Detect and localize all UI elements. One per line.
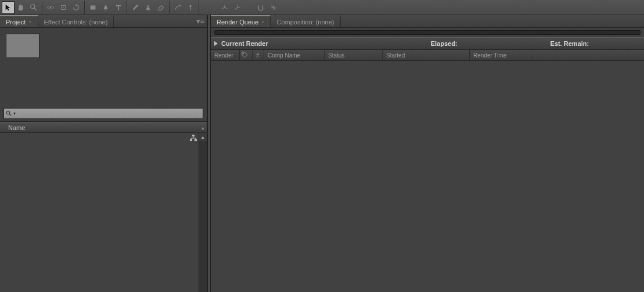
right-panel-group: Render Queue × Composition: (none) Curre… — [211, 15, 644, 292]
svg-point-9 — [179, 5, 181, 6]
svg-point-3 — [50, 6, 52, 8]
current-render-header[interactable]: Current Render Elapsed: Est. Remain: — [211, 37, 644, 50]
disclosure-triangle-icon[interactable] — [214, 41, 218, 46]
tab-composition[interactable]: Composition: (none) — [271, 15, 340, 27]
rectangle-tool[interactable] — [87, 1, 99, 14]
svg-point-10 — [189, 5, 192, 7]
tab-effect-controls[interactable]: Effect Controls: (none) — [38, 15, 114, 27]
roto-brush-tool[interactable] — [171, 1, 184, 14]
current-render-label: Current Render — [221, 40, 268, 47]
column-label-tag[interactable] — [240, 50, 253, 60]
project-browser-body[interactable]: ▴ — [0, 133, 207, 292]
panel-menu-icon[interactable]: ▾≡ — [194, 15, 207, 27]
render-queue-columns: Render # Comp Name Status Started Render… — [211, 50, 644, 61]
axis-local-tool[interactable] — [218, 1, 231, 14]
main-workspace: Project × Effect Controls: (none) ▾≡ ▾ — [0, 15, 644, 292]
column-started[interactable]: Started — [383, 50, 470, 60]
tab-project[interactable]: Project × — [0, 15, 38, 27]
close-icon[interactable]: × — [28, 19, 31, 25]
svg-point-0 — [31, 4, 35, 8]
project-thumbnail[interactable] — [6, 34, 39, 58]
svg-line-1 — [34, 8, 37, 10]
toolbar-separator — [199, 1, 199, 14]
vertical-scrollbar[interactable]: ▴ — [199, 133, 207, 292]
tag-icon — [242, 52, 248, 59]
column-name: Name — [8, 124, 25, 131]
svg-point-7 — [105, 9, 106, 10]
puppet-pin-tool[interactable] — [184, 1, 197, 14]
tab-render-queue[interactable]: Render Queue × — [211, 15, 271, 27]
toolbar-separator — [169, 1, 170, 14]
column-status[interactable]: Status — [325, 50, 383, 60]
svg-point-5 — [63, 7, 64, 8]
close-icon[interactable]: × — [261, 19, 264, 25]
svg-rect-17 — [192, 135, 195, 136]
render-queue-body[interactable] — [211, 61, 644, 292]
rotation-tool[interactable] — [70, 1, 82, 14]
project-thumbnail-area — [0, 28, 207, 64]
chevron-down-icon[interactable]: ▾ — [13, 111, 19, 116]
axis-world-tool[interactable] — [231, 1, 244, 14]
project-browser: Name ▴ ▴ — [0, 122, 207, 292]
orbit-camera-tool[interactable] — [44, 1, 57, 14]
tab-label: Render Queue — [217, 19, 258, 26]
search-input[interactable] — [19, 109, 203, 118]
render-progress-bar — [214, 30, 641, 35]
toolbar-separator — [84, 1, 85, 14]
svg-rect-6 — [91, 5, 96, 9]
svg-rect-18 — [190, 139, 192, 141]
sort-indicator-icon[interactable]: ▴ — [202, 125, 204, 131]
tab-label: Effect Controls: (none) — [44, 19, 108, 26]
remain-label: Est. Remain: — [551, 40, 589, 47]
toolbar-separator — [42, 1, 42, 14]
project-search[interactable]: ▾ — [3, 108, 203, 119]
project-panel: ▾ — [0, 28, 207, 122]
scroll-up-icon[interactable]: ▴ — [199, 133, 207, 141]
svg-rect-8 — [146, 8, 149, 10]
brush-tool[interactable] — [129, 1, 142, 14]
flowchart-icon[interactable] — [189, 134, 197, 142]
svg-point-15 — [6, 111, 10, 114]
type-tool[interactable] — [112, 1, 125, 14]
right-tabbar: Render Queue × Composition: (none) — [211, 15, 644, 28]
clone-stamp-tool[interactable] — [142, 1, 154, 14]
search-icon — [4, 110, 13, 117]
left-tabbar: Project × Effect Controls: (none) ▾≡ — [0, 15, 207, 28]
selection-tool[interactable] — [2, 1, 15, 14]
pan-behind-tool[interactable] — [57, 1, 70, 14]
column-render[interactable]: Render — [211, 50, 240, 60]
tab-label: Project — [6, 19, 26, 26]
column-spacer — [531, 50, 644, 60]
project-browser-header[interactable]: Name ▴ — [0, 122, 207, 133]
svg-point-20 — [243, 53, 244, 54]
main-toolbar — [0, 0, 644, 15]
eraser-tool[interactable] — [154, 1, 167, 14]
pen-tool[interactable] — [99, 1, 112, 14]
hand-tool[interactable] — [15, 1, 27, 14]
toolbar-separator — [127, 1, 127, 14]
column-render-time[interactable]: Render Time — [470, 50, 531, 60]
svg-line-16 — [9, 114, 11, 116]
tab-label: Composition: (none) — [276, 19, 334, 26]
elapsed-label: Elapsed: — [431, 40, 458, 47]
left-panel-group: Project × Effect Controls: (none) ▾≡ ▾ — [0, 15, 207, 292]
svg-rect-19 — [195, 139, 197, 141]
grid-toggle[interactable] — [267, 1, 280, 14]
column-comp-name[interactable]: Comp Name — [264, 50, 325, 60]
zoom-tool[interactable] — [27, 1, 40, 14]
column-index[interactable]: # — [253, 50, 264, 60]
snap-toggle[interactable] — [254, 1, 267, 14]
